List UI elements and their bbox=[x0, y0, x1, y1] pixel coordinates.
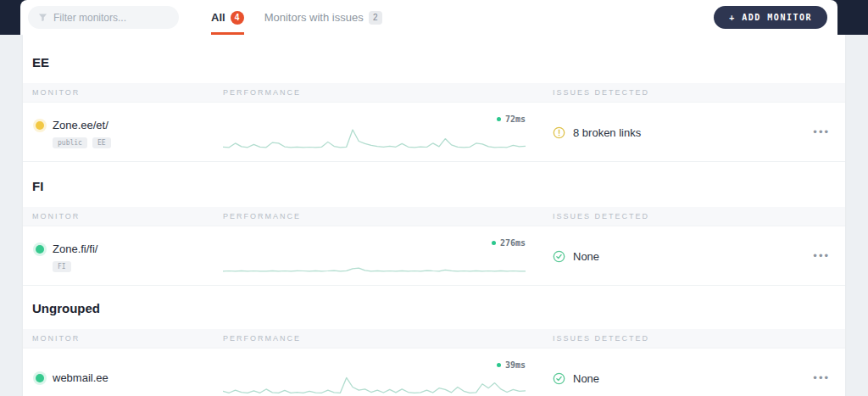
table-header-row: MONITOR PERFORMANCE ISSUES DETECTED bbox=[23, 207, 845, 226]
row-menu-button[interactable]: ••• bbox=[811, 247, 832, 265]
latency-label: 39ms bbox=[497, 360, 526, 370]
monitor-tags: FI bbox=[53, 261, 97, 272]
latency-dot-icon bbox=[497, 363, 501, 367]
issues-text: None bbox=[573, 372, 599, 385]
issues-text: None bbox=[573, 250, 599, 263]
monitor-group-ee: EE MONITOR PERFORMANCE ISSUES DETECTED Z… bbox=[23, 35, 845, 161]
tab-all-label: All bbox=[211, 11, 225, 24]
top-bar: All 4 Monitors with issues 2 + ADD MONIT… bbox=[0, 0, 868, 35]
table-header-row: MONITOR PERFORMANCE ISSUES DETECTED bbox=[23, 329, 845, 349]
monitor-tags: public EE bbox=[53, 137, 111, 148]
issues-cell: None bbox=[553, 357, 781, 396]
issues-cell: None bbox=[553, 235, 781, 276]
page-background: EE MONITOR PERFORMANCE ISSUES DETECTED Z… bbox=[0, 35, 868, 396]
column-header-monitor: MONITOR bbox=[32, 212, 223, 220]
status-dot-ok bbox=[36, 374, 44, 382]
add-monitor-button[interactable]: + ADD MONITOR bbox=[714, 6, 827, 29]
tab-issues-label: Monitors with issues bbox=[264, 11, 364, 24]
top-bar-inner: All 4 Monitors with issues 2 + ADD MONIT… bbox=[20, 0, 837, 35]
filter-funnel-icon bbox=[38, 13, 47, 22]
performance-cell: 276ms bbox=[223, 235, 553, 276]
warning-icon bbox=[553, 126, 565, 139]
column-header-issues: ISSUES DETECTED bbox=[553, 212, 781, 220]
check-circle-icon bbox=[553, 372, 565, 385]
monitor-name: webmail.ee bbox=[53, 371, 108, 384]
monitor-row[interactable]: Zone.fi/fi/ FI 276ms bbox=[23, 226, 845, 285]
tag-badge: FI bbox=[53, 261, 71, 272]
status-dot-ok bbox=[36, 245, 44, 254]
tag-badge: public bbox=[53, 137, 87, 148]
monitor-group-ungrouped: Ungrouped MONITOR PERFORMANCE ISSUES DET… bbox=[23, 285, 845, 396]
performance-sparkline bbox=[223, 371, 526, 396]
monitor-tabs: All 4 Monitors with issues 2 bbox=[211, 0, 382, 35]
tab-all-count-badge: 4 bbox=[231, 11, 244, 25]
monitor-name: Zone.fi/fi/ bbox=[53, 243, 97, 255]
filter-monitors-field[interactable] bbox=[53, 12, 169, 24]
latency-dot-icon bbox=[492, 241, 496, 245]
column-header-monitor: MONITOR bbox=[32, 88, 223, 97]
status-dot-warning bbox=[36, 121, 44, 130]
column-header-issues: ISSUES DETECTED bbox=[553, 88, 781, 97]
group-heading: FI bbox=[23, 162, 845, 207]
filter-monitors-input[interactable] bbox=[28, 6, 179, 29]
tab-issues-count-badge: 2 bbox=[369, 11, 382, 25]
issues-cell: 8 broken links bbox=[553, 111, 781, 153]
tag-badge: EE bbox=[92, 137, 111, 148]
monitor-row[interactable]: Zone.ee/et/ public EE 72ms bbox=[23, 103, 845, 161]
group-heading: Ungrouped bbox=[23, 286, 845, 329]
column-header-issues: ISSUES DETECTED bbox=[553, 334, 781, 343]
tab-all[interactable]: All 4 bbox=[211, 0, 244, 35]
table-header-row: MONITOR PERFORMANCE ISSUES DETECTED bbox=[23, 83, 845, 103]
latency-label: 276ms bbox=[492, 238, 526, 248]
group-heading: EE bbox=[23, 35, 845, 83]
monitor-name: Zone.ee/et/ bbox=[53, 119, 111, 131]
performance-sparkline bbox=[223, 249, 526, 276]
row-menu-button[interactable]: ••• bbox=[811, 123, 832, 141]
tab-monitors-with-issues[interactable]: Monitors with issues 2 bbox=[264, 0, 382, 35]
monitor-group-fi: FI MONITOR PERFORMANCE ISSUES DETECTED Z… bbox=[23, 161, 845, 285]
monitor-row[interactable]: webmail.ee 39ms None bbox=[23, 349, 845, 396]
column-header-monitor: MONITOR bbox=[32, 334, 223, 343]
latency-dot-icon bbox=[497, 117, 501, 121]
column-header-performance: PERFORMANCE bbox=[223, 334, 553, 343]
column-header-performance: PERFORMANCE bbox=[223, 212, 553, 220]
column-header-performance: PERFORMANCE bbox=[223, 88, 553, 97]
issues-text: 8 broken links bbox=[573, 126, 641, 139]
row-menu-button[interactable]: ••• bbox=[811, 369, 832, 387]
monitors-panel: EE MONITOR PERFORMANCE ISSUES DETECTED Z… bbox=[23, 35, 845, 396]
check-circle-icon bbox=[553, 250, 565, 263]
latency-label: 72ms bbox=[497, 114, 526, 124]
performance-cell: 39ms bbox=[223, 357, 553, 396]
performance-cell: 72ms bbox=[223, 111, 553, 153]
performance-sparkline bbox=[223, 125, 526, 153]
